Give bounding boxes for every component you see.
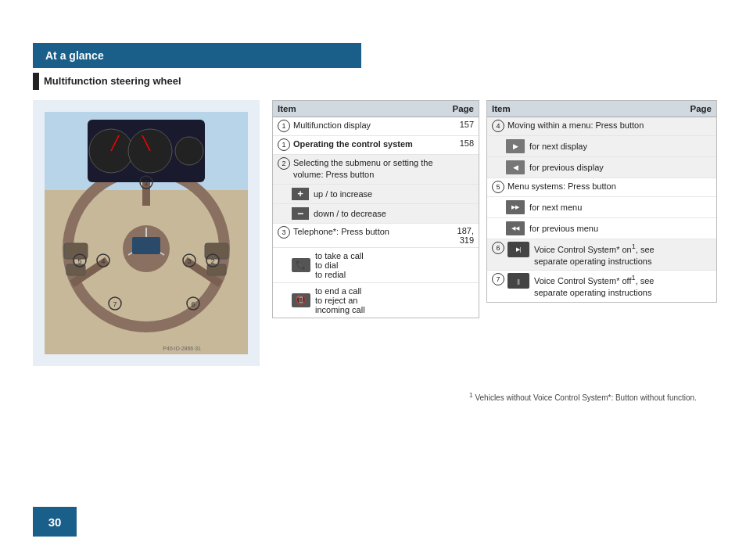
left-header-item: Item	[278, 104, 446, 113]
row-page: 187, 319	[447, 226, 474, 245]
svg-text:3: 3	[187, 257, 191, 265]
icon-label: to end a callto reject anincoming call	[315, 286, 365, 314]
table-sub-row: ◀ for previous display	[487, 157, 716, 178]
icon-row: + up / to increase	[290, 188, 474, 200]
steering-wheel-image: 1 2 3 4 5 6 7 P46·ID·2866·31	[33, 100, 260, 366]
svg-rect-16	[132, 237, 160, 254]
row-number: 4	[492, 120, 504, 132]
icon-row: ◀ for previous display	[504, 160, 712, 174]
right-table: Item Page 4 Moving within a menu: Press …	[486, 100, 717, 303]
icon-row: ▶ for next display	[504, 139, 712, 153]
footnote: 1 Vehicles without Voice Control System*…	[469, 391, 719, 404]
icon-row: 📞 to take a callto dialto redial	[290, 251, 474, 279]
table-sub-row: − down / to decrease	[273, 204, 479, 224]
next-display-icon: ▶	[506, 139, 525, 153]
footnote-sup: 1	[469, 393, 473, 402]
right-header-page: Page	[683, 104, 712, 113]
header-bar: At a glance	[33, 43, 361, 68]
minus-icon: −	[292, 207, 309, 220]
row-label: Voice Control System* on1, see separate …	[534, 242, 685, 267]
row-label: Moving within a menu: Press button	[507, 120, 644, 130]
steering-wheel-svg: 1 2 3 4 5 6 7 P46·ID·2866·31	[45, 112, 248, 354]
svg-text:7: 7	[113, 300, 117, 308]
svg-text:5: 5	[77, 257, 81, 265]
page-number: 30	[48, 515, 62, 529]
right-table-header: Item Page	[487, 101, 716, 117]
icon-label: to take a callto dialto redial	[315, 251, 364, 279]
row-label: Telephone*: Press button	[293, 227, 389, 236]
row-label: Selecting the submenu or setting the vol…	[293, 158, 433, 179]
prev-display-icon: ◀	[506, 160, 525, 174]
icon-label: for previous display	[529, 163, 604, 172]
phone-end-icon: 📵	[292, 293, 310, 307]
svg-text:P46·ID·2866·31: P46·ID·2866·31	[163, 346, 201, 351]
row-number: 1	[278, 138, 290, 151]
icon-row: − down / to decrease	[290, 207, 474, 220]
row-label: Multifunction display	[293, 120, 371, 130]
left-header-page: Page	[446, 104, 474, 113]
section-title: Multifunction steering wheel	[44, 75, 181, 87]
row-number: 5	[492, 181, 504, 193]
table-sub-row: ▶ for next display	[487, 136, 716, 157]
plus-icon: +	[292, 188, 309, 200]
row-label: Voice Control System* off1, see separate…	[534, 273, 685, 299]
voice-off-row: || Voice Control System* off1, see separ…	[507, 273, 685, 299]
svg-text:6: 6	[191, 300, 195, 308]
table-row: 5 Menu systems: Press button	[487, 178, 716, 197]
phone-call-icon: 📞	[292, 258, 310, 272]
icon-label: for next menu	[529, 203, 582, 212]
table-sub-row: + up / to increase	[273, 185, 479, 204]
row-label: Menu systems: Press button	[507, 181, 616, 191]
table-row: 6 ▶| Voice Control System* on1, see sepa…	[487, 239, 716, 271]
table-row: 4 Moving within a menu: Press button	[487, 117, 716, 136]
table-row: 3 Telephone*: Press button 187, 319	[273, 224, 479, 248]
row-number: 3	[278, 226, 290, 239]
left-table: Item Page 1 Multifunction display 157 1 …	[272, 100, 479, 318]
voice-on-icon: ▶|	[507, 242, 529, 257]
table-row: 7 || Voice Control System* off1, see sep…	[487, 271, 716, 301]
icon-label: up / to increase	[314, 189, 372, 199]
row-number: 1	[278, 120, 290, 132]
icon-label: for next display	[529, 142, 587, 151]
voice-on-row: ▶| Voice Control System* on1, see separa…	[507, 242, 685, 267]
next-menu-icon: ▶▶	[506, 200, 525, 214]
table-sub-row: ▶▶ for next menu	[487, 197, 716, 218]
icon-label: for previous menu	[529, 224, 598, 233]
table-sub-row: 📞 to take a callto dialto redial	[273, 248, 479, 283]
row-number: 7	[492, 273, 504, 285]
row-number: 2	[278, 157, 290, 170]
table-row: 1 Multifunction display 157	[273, 117, 479, 136]
icon-row: 📵 to end a callto reject anincoming call	[290, 286, 474, 314]
table-row: 1 Operating the control system 158	[273, 136, 479, 155]
icon-row: ◀◀ for previous menu	[504, 221, 712, 235]
page-number-box: 30	[33, 507, 77, 537]
side-bar-accent	[33, 73, 39, 90]
icon-row: ▶▶ for next menu	[504, 200, 712, 214]
voice-off-icon: ||	[507, 273, 529, 289]
row-page: 158	[447, 138, 474, 148]
footnote-text: Vehicles without Voice Control System*: …	[475, 393, 697, 402]
prev-menu-icon: ◀◀	[506, 221, 525, 235]
table-sub-row: 📵 to end a callto reject anincoming call	[273, 283, 479, 318]
icon-label: down / to decrease	[314, 209, 386, 218]
row-page: 157	[447, 120, 474, 129]
table-sub-row: ◀◀ for previous menu	[487, 218, 716, 239]
svg-point-13	[175, 137, 203, 165]
svg-text:1: 1	[144, 179, 148, 187]
header-title: At a glance	[45, 49, 104, 62]
svg-text:4: 4	[101, 257, 105, 265]
right-header-item: Item	[492, 104, 683, 113]
svg-text:2: 2	[210, 257, 214, 265]
table-row: 2 Selecting the submenu or setting the v…	[273, 155, 479, 185]
row-number: 6	[492, 242, 504, 254]
left-table-header: Item Page	[273, 101, 479, 117]
row-label-bold: Operating the control system	[293, 139, 413, 149]
